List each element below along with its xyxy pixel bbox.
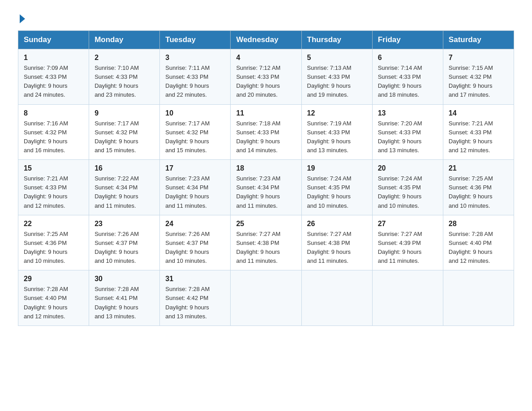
day-info: Sunrise: 7:27 AM Sunset: 4:39 PM Dayligh… [378,230,438,266]
day-number: 19 [307,164,367,172]
day-number: 13 [378,109,438,117]
day-info: Sunrise: 7:21 AM Sunset: 4:33 PM Dayligh… [449,119,508,155]
day-number: 20 [378,164,438,172]
day-number: 17 [165,164,225,172]
day-number: 8 [24,109,83,117]
calendar-day-cell: 18 Sunrise: 7:23 AM Sunset: 4:34 PM Dayl… [231,160,301,215]
weekday-header-tuesday: Tuesday [160,31,231,49]
day-info: Sunrise: 7:21 AM Sunset: 4:33 PM Dayligh… [24,174,83,210]
calendar-day-cell [231,270,301,326]
calendar-day-cell: 12 Sunrise: 7:19 AM Sunset: 4:33 PM Dayl… [301,104,372,160]
calendar-day-cell: 21 Sunrise: 7:25 AM Sunset: 4:36 PM Dayl… [443,160,514,215]
day-info: Sunrise: 7:26 AM Sunset: 4:37 PM Dayligh… [94,230,154,266]
day-number: 30 [94,275,154,283]
weekday-header-wednesday: Wednesday [231,31,301,49]
day-number: 29 [24,275,83,283]
day-info: Sunrise: 7:28 AM Sunset: 4:41 PM Dayligh… [94,285,154,321]
calendar-day-cell: 2 Sunrise: 7:10 AM Sunset: 4:33 PM Dayli… [89,49,160,105]
calendar-day-cell: 5 Sunrise: 7:13 AM Sunset: 4:33 PM Dayli… [301,49,372,105]
calendar-day-cell: 29 Sunrise: 7:28 AM Sunset: 4:40 PM Dayl… [18,270,89,326]
calendar-day-cell: 28 Sunrise: 7:28 AM Sunset: 4:40 PM Dayl… [443,215,514,270]
day-number: 5 [307,54,367,62]
day-info: Sunrise: 7:23 AM Sunset: 4:34 PM Dayligh… [165,174,225,210]
day-info: Sunrise: 7:23 AM Sunset: 4:34 PM Dayligh… [236,174,296,210]
calendar-week-row: 8 Sunrise: 7:16 AM Sunset: 4:32 PM Dayli… [18,104,514,160]
day-info: Sunrise: 7:17 AM Sunset: 4:32 PM Dayligh… [165,119,225,155]
day-info: Sunrise: 7:27 AM Sunset: 4:38 PM Dayligh… [307,230,367,266]
weekday-header-thursday: Thursday [301,31,372,49]
page-header [18,13,514,21]
day-number: 7 [449,54,508,62]
day-number: 21 [449,164,508,172]
day-info: Sunrise: 7:19 AM Sunset: 4:33 PM Dayligh… [307,119,367,155]
day-number: 3 [165,54,225,62]
calendar-day-cell [443,270,514,326]
day-number: 15 [24,164,83,172]
calendar-week-row: 22 Sunrise: 7:25 AM Sunset: 4:36 PM Dayl… [18,215,514,270]
day-number: 14 [449,109,508,117]
day-info: Sunrise: 7:11 AM Sunset: 4:33 PM Dayligh… [165,64,225,100]
weekday-header-monday: Monday [89,31,160,49]
calendar-day-cell [372,270,443,326]
calendar-day-cell: 16 Sunrise: 7:22 AM Sunset: 4:34 PM Dayl… [89,160,160,215]
calendar-day-cell: 15 Sunrise: 7:21 AM Sunset: 4:33 PM Dayl… [18,160,89,215]
day-number: 6 [378,54,438,62]
calendar-day-cell: 23 Sunrise: 7:26 AM Sunset: 4:37 PM Dayl… [89,215,160,270]
day-info: Sunrise: 7:24 AM Sunset: 4:35 PM Dayligh… [307,174,367,210]
day-number: 10 [165,109,225,117]
day-number: 24 [165,220,225,228]
day-info: Sunrise: 7:25 AM Sunset: 4:36 PM Dayligh… [24,230,83,266]
day-number: 18 [236,164,296,172]
day-info: Sunrise: 7:25 AM Sunset: 4:36 PM Dayligh… [449,174,508,210]
calendar-day-cell: 17 Sunrise: 7:23 AM Sunset: 4:34 PM Dayl… [160,160,231,215]
day-info: Sunrise: 7:22 AM Sunset: 4:34 PM Dayligh… [94,174,154,210]
calendar-day-cell: 9 Sunrise: 7:17 AM Sunset: 4:32 PM Dayli… [89,104,160,160]
weekday-header-saturday: Saturday [443,31,514,49]
calendar-day-cell: 11 Sunrise: 7:18 AM Sunset: 4:33 PM Dayl… [231,104,301,160]
day-info: Sunrise: 7:28 AM Sunset: 4:40 PM Dayligh… [24,285,83,321]
calendar-day-cell: 13 Sunrise: 7:20 AM Sunset: 4:33 PM Dayl… [372,104,443,160]
calendar-day-cell: 3 Sunrise: 7:11 AM Sunset: 4:33 PM Dayli… [160,49,231,105]
day-number: 26 [307,220,367,228]
calendar-week-row: 29 Sunrise: 7:28 AM Sunset: 4:40 PM Dayl… [18,270,514,326]
day-number: 25 [236,220,296,228]
day-info: Sunrise: 7:26 AM Sunset: 4:37 PM Dayligh… [165,230,225,266]
calendar-day-cell: 24 Sunrise: 7:26 AM Sunset: 4:37 PM Dayl… [160,215,231,270]
weekday-header-friday: Friday [372,31,443,49]
calendar-day-cell: 27 Sunrise: 7:27 AM Sunset: 4:39 PM Dayl… [372,215,443,270]
day-number: 16 [94,164,154,172]
calendar-day-cell: 10 Sunrise: 7:17 AM Sunset: 4:32 PM Dayl… [160,104,231,160]
day-info: Sunrise: 7:13 AM Sunset: 4:33 PM Dayligh… [307,64,367,100]
day-info: Sunrise: 7:16 AM Sunset: 4:32 PM Dayligh… [24,119,83,155]
calendar-day-cell: 14 Sunrise: 7:21 AM Sunset: 4:33 PM Dayl… [443,104,514,160]
day-number: 12 [307,109,367,117]
calendar-week-row: 1 Sunrise: 7:09 AM Sunset: 4:33 PM Dayli… [18,49,514,105]
day-number: 22 [24,220,83,228]
calendar-day-cell: 19 Sunrise: 7:24 AM Sunset: 4:35 PM Dayl… [301,160,372,215]
day-info: Sunrise: 7:12 AM Sunset: 4:33 PM Dayligh… [236,64,296,100]
day-info: Sunrise: 7:15 AM Sunset: 4:32 PM Dayligh… [449,64,508,100]
day-info: Sunrise: 7:10 AM Sunset: 4:33 PM Dayligh… [94,64,154,100]
day-info: Sunrise: 7:28 AM Sunset: 4:40 PM Dayligh… [449,230,508,266]
day-number: 9 [94,109,154,117]
day-info: Sunrise: 7:09 AM Sunset: 4:33 PM Dayligh… [24,64,83,100]
day-info: Sunrise: 7:28 AM Sunset: 4:42 PM Dayligh… [165,285,225,321]
day-number: 23 [94,220,154,228]
day-info: Sunrise: 7:24 AM Sunset: 4:35 PM Dayligh… [378,174,438,210]
calendar-day-cell [301,270,372,326]
calendar-day-cell: 7 Sunrise: 7:15 AM Sunset: 4:32 PM Dayli… [443,49,514,105]
day-info: Sunrise: 7:14 AM Sunset: 4:33 PM Dayligh… [378,64,438,100]
logo-arrow-icon [20,14,25,23]
calendar-day-cell: 30 Sunrise: 7:28 AM Sunset: 4:41 PM Dayl… [89,270,160,326]
calendar-table: SundayMondayTuesdayWednesdayThursdayFrid… [18,30,514,326]
calendar-day-cell: 25 Sunrise: 7:27 AM Sunset: 4:38 PM Dayl… [231,215,301,270]
calendar-day-cell: 20 Sunrise: 7:24 AM Sunset: 4:35 PM Dayl… [372,160,443,215]
calendar-day-cell: 22 Sunrise: 7:25 AM Sunset: 4:36 PM Dayl… [18,215,89,270]
calendar-day-cell: 8 Sunrise: 7:16 AM Sunset: 4:32 PM Dayli… [18,104,89,160]
calendar-day-cell: 31 Sunrise: 7:28 AM Sunset: 4:42 PM Dayl… [160,270,231,326]
day-number: 1 [24,54,83,62]
day-info: Sunrise: 7:20 AM Sunset: 4:33 PM Dayligh… [378,119,438,155]
day-number: 4 [236,54,296,62]
calendar-week-row: 15 Sunrise: 7:21 AM Sunset: 4:33 PM Dayl… [18,160,514,215]
weekday-header-sunday: Sunday [18,31,89,49]
